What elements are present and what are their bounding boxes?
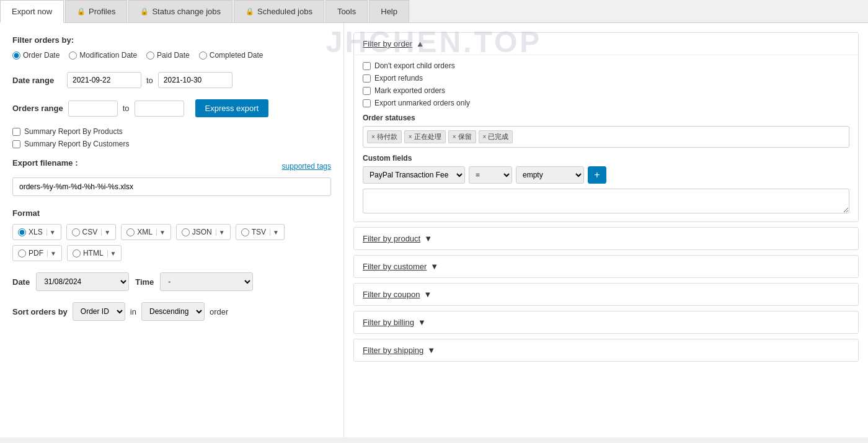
radio-completed-date-input[interactable]: [199, 51, 207, 60]
format-csv[interactable]: CSV ▼: [66, 224, 117, 240]
no-child-checkbox[interactable]: Don't export child orders: [363, 61, 849, 70]
tab-tools-label: Tools: [337, 7, 356, 16]
filter-orders-label: Filter orders by:: [12, 35, 331, 45]
format-row-2: PDF ▼ HTML ▼: [12, 245, 331, 261]
tab-export-now[interactable]: Export now: [0, 0, 64, 23]
tab-status-change-jobs[interactable]: 🔒 Status change jobs: [128, 0, 232, 22]
format-json-input[interactable]: [182, 228, 190, 236]
date-to-input[interactable]: [158, 72, 232, 88]
tab-help[interactable]: Help: [369, 0, 409, 22]
status-tag-0-remove[interactable]: ×: [371, 133, 375, 140]
filter-by-coupon-header[interactable]: Filter by coupon ▼: [354, 284, 858, 305]
datetime-row: Date 31/08/2024 Time -: [12, 272, 331, 291]
format-pdf[interactable]: PDF ▼: [12, 245, 62, 261]
format-pdf-input[interactable]: [18, 249, 26, 257]
orders-from-input[interactable]: [68, 101, 118, 117]
filter-by-customer-link[interactable]: Filter by customer: [363, 262, 427, 271]
radio-paid-date-input[interactable]: [146, 51, 154, 60]
status-tag-1-remove[interactable]: ×: [409, 133, 412, 140]
format-xls[interactable]: XLS ▼: [12, 224, 61, 240]
filter-by-coupon-link[interactable]: Filter by coupon: [363, 290, 420, 299]
format-html-arrow[interactable]: ▼: [107, 250, 117, 257]
summary-checkboxes: Summary Report By Products Summary Repor…: [12, 127, 331, 148]
format-csv-arrow[interactable]: ▼: [101, 229, 110, 236]
time-label: Time: [135, 277, 154, 287]
radio-order-date[interactable]: Order Date: [12, 51, 60, 60]
orders-range-section: Orders range to Express export: [12, 99, 331, 117]
format-xls-input[interactable]: [18, 228, 26, 236]
format-tsv-arrow[interactable]: ▼: [270, 229, 279, 236]
radio-paid-date-label: Paid Date: [157, 51, 190, 60]
export-refunds-checkbox[interactable]: Export refunds: [363, 74, 849, 83]
mark-exported-label: Mark exported orders: [374, 86, 445, 95]
radio-paid-date[interactable]: Paid Date: [146, 51, 190, 60]
filter-by-shipping-block: Filter by shipping ▼: [353, 339, 859, 362]
filename-input[interactable]: [12, 177, 331, 196]
summary-customers-checkbox[interactable]: Summary Report By Customers: [12, 140, 331, 148]
filter-by-billing-header[interactable]: Filter by billing ▼: [354, 311, 858, 333]
format-tsv-input[interactable]: [241, 228, 249, 236]
cf-value-select[interactable]: empty: [516, 166, 584, 184]
radio-modification-date[interactable]: Modification Date: [69, 51, 137, 60]
filter-by-shipping-link[interactable]: Filter by shipping: [363, 346, 423, 355]
summary-products-checkbox[interactable]: Summary Report By Products: [12, 127, 331, 136]
status-tag-2[interactable]: × 保留: [448, 130, 476, 143]
status-tags-container[interactable]: × 待付款 × 正在处理 × 保留 × 已完成: [363, 126, 849, 148]
format-xml-input[interactable]: [126, 228, 135, 236]
supported-tags-link[interactable]: supported tags: [282, 162, 331, 171]
status-tag-1[interactable]: × 正在处理: [404, 130, 446, 143]
cf-operator-select[interactable]: =: [469, 166, 512, 184]
cf-field-select[interactable]: PayPal Transaction Fee: [363, 166, 465, 184]
radio-modification-date-input[interactable]: [69, 51, 77, 60]
orders-to-input[interactable]: [135, 101, 184, 117]
sort-by-select[interactable]: Order ID: [73, 302, 125, 321]
filter-by-order-block: Filter by order ▲ Don't export child ord…: [353, 32, 859, 222]
summary-customers-input[interactable]: [12, 140, 20, 148]
mark-exported-input[interactable]: [363, 87, 371, 95]
filter-by-coupon-arrow: ▼: [424, 290, 432, 299]
no-child-input[interactable]: [363, 62, 371, 70]
express-export-button[interactable]: Express export: [195, 99, 269, 117]
filter-by-order-header[interactable]: Filter by order ▲: [354, 33, 858, 55]
date-from-input[interactable]: [67, 72, 141, 88]
status-tag-3[interactable]: × 已完成: [479, 130, 513, 143]
tab-tools[interactable]: Tools: [326, 0, 368, 22]
orders-range-label: Orders range: [12, 104, 63, 113]
cf-add-button[interactable]: +: [588, 166, 606, 184]
status-tag-3-remove[interactable]: ×: [483, 133, 487, 140]
tab-scheduled-jobs[interactable]: 🔒 Scheduled jobs: [234, 0, 324, 22]
status-tag-0[interactable]: × 待付款: [367, 130, 402, 143]
export-unmarked-input[interactable]: [363, 99, 371, 107]
format-xls-label: XLS: [29, 228, 43, 236]
format-xml[interactable]: XML ▼: [121, 224, 171, 240]
filter-by-customer-header[interactable]: Filter by customer ▼: [354, 256, 858, 277]
mark-exported-checkbox[interactable]: Mark exported orders: [363, 86, 849, 95]
export-refunds-label: Export refunds: [374, 74, 423, 83]
export-refunds-input[interactable]: [363, 74, 371, 83]
radio-order-date-input[interactable]: [12, 51, 20, 60]
time-select[interactable]: -: [160, 272, 253, 291]
summary-products-input[interactable]: [12, 128, 20, 136]
sort-direction-select[interactable]: Descending: [141, 302, 205, 321]
format-xml-arrow[interactable]: ▼: [156, 229, 166, 236]
format-tsv[interactable]: TSV ▼: [236, 224, 285, 240]
filter-by-product-link[interactable]: Filter by product: [363, 234, 420, 243]
no-child-label: Don't export child orders: [374, 61, 455, 70]
format-pdf-arrow[interactable]: ▼: [47, 250, 56, 257]
filter-by-order-link[interactable]: Filter by order: [363, 39, 412, 48]
format-html-input[interactable]: [73, 249, 81, 257]
format-json-arrow[interactable]: ▼: [216, 229, 225, 236]
filter-by-billing-link[interactable]: Filter by billing: [363, 318, 414, 327]
format-xls-arrow[interactable]: ▼: [46, 229, 56, 236]
date-select[interactable]: 31/08/2024: [36, 272, 129, 291]
format-json[interactable]: JSON ▼: [176, 224, 231, 240]
radio-completed-date[interactable]: Completed Date: [199, 51, 264, 60]
cf-textarea[interactable]: [363, 189, 849, 213]
format-html[interactable]: HTML ▼: [67, 245, 122, 261]
filter-by-shipping-header[interactable]: Filter by shipping ▼: [354, 339, 858, 361]
export-unmarked-checkbox[interactable]: Export unmarked orders only: [363, 99, 849, 107]
status-tag-2-remove[interactable]: ×: [453, 133, 456, 140]
filter-by-product-header[interactable]: Filter by product ▼: [354, 228, 858, 249]
format-csv-input[interactable]: [72, 228, 80, 236]
tab-profiles[interactable]: 🔒 Profiles: [65, 0, 127, 22]
